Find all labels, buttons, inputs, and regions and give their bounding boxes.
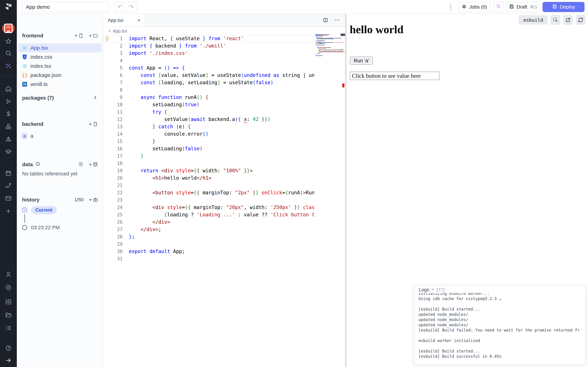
code-line-27[interactable]: 27 </div>; bbox=[103, 226, 314, 233]
file-item-wmill-ts[interactable]: TSwmill.ts bbox=[18, 80, 102, 89]
plus-icon[interactable]: + bbox=[0, 206, 17, 216]
logs-header[interactable]: Logs (77) bbox=[414, 285, 585, 293]
scrollbar-slider[interactable] bbox=[341, 33, 345, 36]
jobs-button[interactable]: Jobs (0) bbox=[458, 2, 490, 12]
code-line-19[interactable]: 19 return <div style={{ width: "100%" }}… bbox=[103, 167, 314, 175]
home-icon[interactable] bbox=[0, 83, 17, 94]
backend-script-item[interactable]: aa bbox=[21, 131, 34, 141]
file-item-index-tsx[interactable]: index.tsx bbox=[18, 61, 102, 71]
settings-gear-icon[interactable] bbox=[0, 282, 17, 293]
logs-output[interactable]: Initializing esbuild worker...Using idb … bbox=[414, 291, 585, 359]
user-icon[interactable] bbox=[0, 269, 17, 280]
undo-button[interactable]: ↶ bbox=[115, 2, 126, 12]
split-editor-icon[interactable] bbox=[323, 17, 328, 24]
code-line-25[interactable]: 25 {loading ? 'Loading ...' : value ?? '… bbox=[103, 211, 314, 218]
code-line-13[interactable]: 13 } catch (e) { bbox=[103, 123, 314, 130]
list-icon[interactable] bbox=[0, 323, 17, 333]
code-line-7[interactable]: 7 const [loading, setLoading] = useState… bbox=[103, 79, 314, 86]
code-line-16[interactable]: 16 setLoading(false) bbox=[103, 145, 314, 152]
code-line-15[interactable]: 15 } bbox=[103, 138, 314, 145]
code-line-8[interactable]: 8 bbox=[103, 86, 314, 94]
graduation-cap-icon[interactable] bbox=[0, 146, 17, 157]
magic-wand-icon[interactable] bbox=[0, 61, 17, 71]
file-item-package-json[interactable]: {}package.json bbox=[18, 71, 102, 80]
data-settings-icon[interactable] bbox=[78, 161, 84, 167]
line-number: 28 bbox=[103, 233, 122, 241]
code-line-26[interactable]: 26 </div> bbox=[103, 218, 314, 226]
line-number: 8 bbox=[103, 86, 122, 94]
search-icon[interactable] bbox=[0, 48, 17, 58]
add-folder-button[interactable]: + bbox=[89, 33, 98, 39]
apps-icon[interactable] bbox=[2, 24, 15, 33]
code-line-31[interactable]: 31 bbox=[103, 255, 314, 262]
line-number: 16 bbox=[103, 145, 122, 152]
collapse-arrow-icon[interactable] bbox=[0, 355, 17, 366]
runs-play-icon[interactable] bbox=[0, 96, 17, 107]
code-line-11[interactable]: 11 try { bbox=[103, 108, 314, 116]
lightbulb-icon[interactable] bbox=[104, 36, 110, 42]
code-line-6[interactable]: 6 const [value, setValue] = useState(und… bbox=[103, 72, 314, 79]
calendar-icon[interactable] bbox=[0, 168, 17, 178]
line-number: 30 bbox=[103, 248, 122, 255]
mail-icon[interactable] bbox=[0, 193, 17, 204]
minimap[interactable] bbox=[316, 34, 344, 86]
breadcrumb[interactable]: App.tsx bbox=[107, 27, 127, 35]
code-line-30[interactable]: 30export default App; bbox=[103, 248, 314, 255]
line-number: 22 bbox=[103, 189, 122, 196]
tab-close-icon[interactable]: × bbox=[137, 17, 140, 23]
code-line-21[interactable]: 21 bbox=[103, 182, 314, 189]
code-line-24[interactable]: 24 <div style={{ marginTop: "20px", widt… bbox=[103, 204, 314, 211]
add-snapshot-button[interactable]: + bbox=[89, 197, 98, 203]
code-line-14[interactable]: 14 console.error() bbox=[103, 130, 314, 138]
code-area[interactable]: 1import React, { useState } from 'react'… bbox=[103, 35, 314, 367]
draft-button[interactable]: Draft ⌘S bbox=[507, 2, 539, 12]
more-options-button[interactable]: ⋮ bbox=[446, 2, 455, 12]
code-line-29[interactable]: 29 bbox=[103, 241, 314, 248]
code-line-9[interactable]: 9 async function runA() { bbox=[103, 94, 314, 101]
code-line-28[interactable]: 28}; bbox=[103, 233, 314, 241]
code-line-20[interactable]: 20 <h1>hello world</h1> bbox=[103, 175, 314, 182]
route-icon[interactable] bbox=[0, 180, 17, 191]
refresh-button[interactable] bbox=[576, 15, 586, 25]
star-icon[interactable] bbox=[0, 36, 17, 47]
code-line-4[interactable]: 4 bbox=[103, 57, 314, 64]
add-script-button[interactable]: + bbox=[89, 121, 98, 127]
app-name-input[interactable] bbox=[21, 2, 109, 12]
code-line-2[interactable]: 2import { backend } from './wmill' bbox=[103, 42, 314, 50]
folder-icon[interactable] bbox=[0, 310, 17, 320]
code-line-3[interactable]: 3import './index.css' bbox=[103, 50, 314, 57]
file-item-index-css[interactable]: 3index.css bbox=[18, 52, 102, 61]
code-line-12[interactable]: 12 setValue(await backend.a({ x: 42 })) bbox=[103, 116, 314, 123]
file-item-App-tsx[interactable]: App.tsx bbox=[18, 43, 102, 52]
deploy-button[interactable]: Deploy bbox=[543, 2, 585, 12]
history-entry-past[interactable]: 03:23:22 PM bbox=[22, 223, 99, 233]
packages-section-header[interactable]: packages (7) bbox=[17, 93, 103, 103]
pyramid-icon[interactable] bbox=[0, 134, 17, 144]
code-line-23[interactable]: 23 bbox=[103, 196, 314, 204]
code-line-10[interactable]: 10 setLoading(true) bbox=[103, 101, 314, 108]
ai-wand-button[interactable] bbox=[493, 2, 504, 12]
run-a-button[interactable]: Run 'a' bbox=[350, 57, 373, 65]
dollar-icon[interactable]: $ bbox=[0, 109, 17, 119]
redo-button[interactable]: ↷ bbox=[126, 2, 137, 12]
inspect-button[interactable] bbox=[551, 15, 560, 25]
help-icon[interactable] bbox=[0, 343, 17, 353]
code-line-1[interactable]: 1import React, { useState } from 'react' bbox=[103, 35, 314, 42]
editor-more-icon[interactable] bbox=[334, 17, 340, 24]
code-line-18[interactable]: 18 bbox=[103, 160, 314, 167]
tab-app-tsx[interactable]: App.tsx × bbox=[103, 14, 145, 26]
add-file-button[interactable]: + bbox=[74, 33, 84, 39]
panel-resize-handle[interactable] bbox=[345, 14, 346, 367]
code-line-17[interactable]: 17 } bbox=[103, 152, 314, 160]
open-external-button[interactable] bbox=[563, 15, 573, 25]
add-database-button[interactable]: + bbox=[89, 161, 98, 168]
react-file-icon bbox=[22, 63, 28, 69]
info-icon[interactable] bbox=[35, 161, 40, 167]
code-line-5[interactable]: 5const App = () => { bbox=[103, 64, 314, 72]
windmill-logo[interactable] bbox=[4, 2, 13, 11]
server-cog-icon[interactable] bbox=[0, 297, 17, 307]
breadcrumb-file: App.tsx bbox=[113, 28, 127, 33]
history-entry-current[interactable]: Current bbox=[22, 205, 99, 215]
code-line-22[interactable]: 22 <button style={{ marginTop: "2px" }} … bbox=[103, 189, 314, 196]
cubes-icon[interactable] bbox=[0, 121, 17, 132]
